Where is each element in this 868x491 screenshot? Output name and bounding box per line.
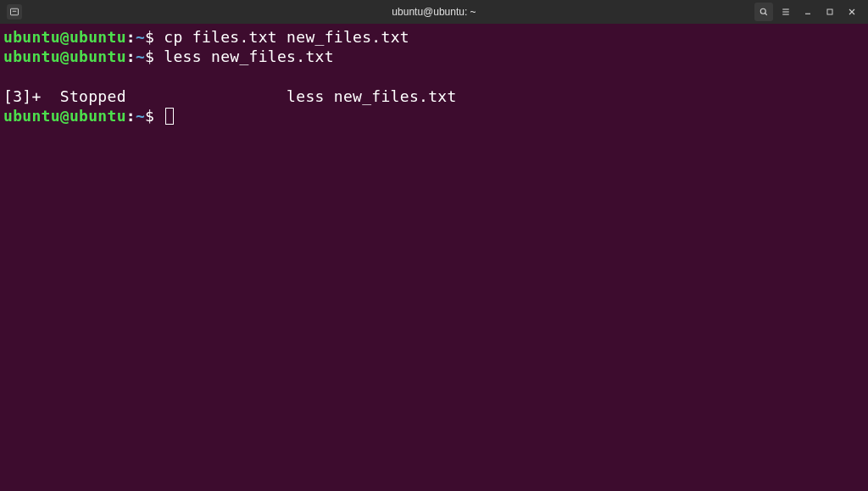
terminal-line-1: ubuntu@ubuntu:~$ cp files.txt new_files.… — [3, 27, 865, 47]
titlebar-right — [754, 3, 861, 21]
window-titlebar: ubuntu@ubuntu: ~ — [0, 0, 868, 24]
terminal-line-2: ubuntu@ubuntu:~$ less new_files.txt — [3, 47, 865, 66]
terminal-line-4: ubuntu@ubuntu:~$ — [3, 106, 865, 126]
prompt-user-host: ubuntu@ubuntu — [3, 47, 126, 65]
prompt-symbol: $ — [145, 28, 164, 46]
prompt-path: ~ — [136, 28, 145, 46]
prompt-path: ~ — [136, 47, 145, 65]
titlebar-left — [7, 4, 27, 20]
command-text: cp files.txt new_files.txt — [164, 28, 409, 46]
new-tab-button[interactable] — [7, 4, 22, 20]
prompt-colon: : — [126, 107, 136, 125]
command-text: less new_files.txt — [164, 47, 333, 65]
svg-rect-0 — [11, 8, 19, 15]
job-output: [3]+ Stopped less new_files.txt — [3, 87, 457, 105]
prompt-symbol: $ — [145, 47, 164, 65]
menu-button[interactable] — [776, 3, 795, 21]
cursor — [165, 108, 174, 125]
prompt-symbol: $ — [145, 107, 164, 125]
prompt-user-host: ubuntu@ubuntu — [3, 28, 126, 46]
minimize-button[interactable] — [798, 3, 817, 21]
prompt-path: ~ — [136, 107, 145, 125]
search-button[interactable] — [754, 3, 773, 21]
prompt-user-host: ubuntu@ubuntu — [3, 107, 126, 125]
prompt-colon: : — [126, 28, 136, 46]
svg-point-2 — [760, 8, 765, 14]
terminal-line-3: [3]+ Stopped less new_files.txt — [3, 86, 865, 106]
maximize-button[interactable] — [821, 3, 839, 21]
window-title: ubuntu@ubuntu: ~ — [392, 6, 476, 18]
blank-line — [3, 67, 865, 86]
close-button[interactable] — [843, 3, 861, 21]
svg-rect-8 — [827, 9, 832, 14]
terminal-area[interactable]: ubuntu@ubuntu:~$ cp files.txt new_files.… — [0, 24, 868, 130]
svg-line-3 — [765, 14, 767, 15]
prompt-colon: : — [126, 47, 136, 65]
